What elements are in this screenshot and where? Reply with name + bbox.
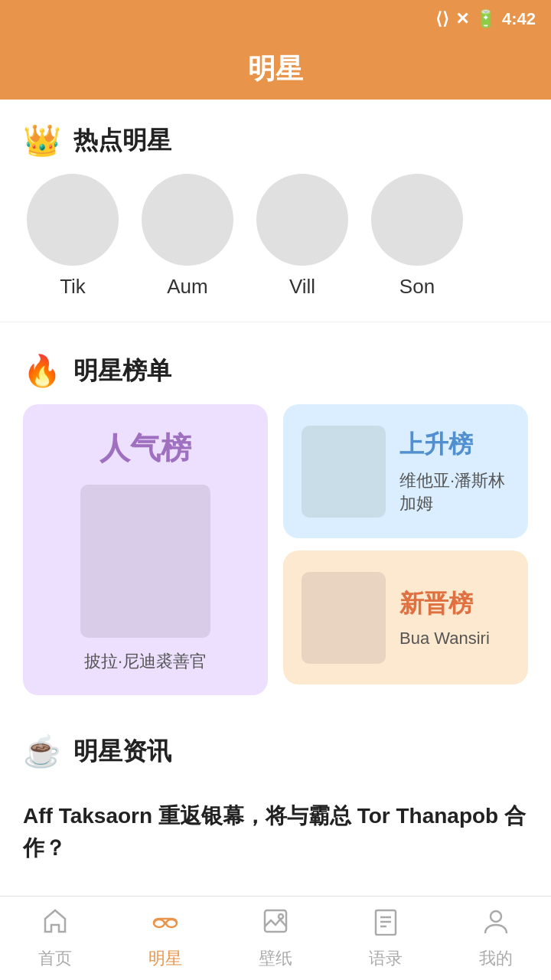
star-item[interactable]: Vill: [253, 174, 352, 299]
popular-chart-card[interactable]: 人气榜 披拉·尼迪裘善官: [23, 404, 268, 695]
new-chart-image: [302, 572, 386, 664]
status-icons: ⟨⟩ ✕ 🔋 4:42: [435, 9, 536, 29]
nav-item-mine[interactable]: 我的: [441, 906, 551, 970]
coffee-icon: ☕: [23, 733, 61, 769]
wifi-icon: ✕: [455, 9, 469, 29]
star-item[interactable]: Son: [367, 174, 467, 299]
rising-chart-desc: 维他亚·潘斯林加姆: [399, 469, 510, 515]
new-chart-title: 新晋榜: [399, 587, 510, 621]
time-display: 4:42: [502, 9, 536, 29]
nav-label-mine: 我的: [479, 947, 513, 970]
star-name: Son: [399, 275, 435, 299]
rising-chart-title: 上升榜: [399, 428, 510, 462]
star-avatar: [371, 174, 463, 266]
star-avatar: [27, 174, 119, 266]
app-header: 明星: [0, 38, 551, 100]
nav-item-quotes[interactable]: 语录: [331, 906, 441, 970]
nav-item-wallpaper[interactable]: 壁纸: [220, 906, 331, 970]
news-item-1-title: Aff Taksaorn 重返银幕，将与霸总 Tor Thanapob 合作？: [23, 804, 526, 860]
star-name: Tik: [60, 275, 86, 299]
svg-rect-2: [265, 910, 286, 932]
rising-chart-text: 上升榜 维他亚·潘斯林加姆: [399, 428, 510, 515]
status-bar: ⟨⟩ ✕ 🔋 4:42: [0, 0, 551, 38]
secondary-charts-column: 上升榜 维他亚·潘斯林加姆 新晋榜 Bua Wansiri: [283, 404, 528, 695]
news-item-1[interactable]: Aff Taksaorn 重返银幕，将与霸总 Tor Thanapob 合作？: [0, 785, 551, 880]
nav-label-wallpaper: 壁纸: [259, 947, 292, 970]
nav-item-stars[interactable]: 明星: [110, 906, 220, 970]
page-title: 明星: [248, 51, 303, 88]
battery-icon: 🔋: [475, 9, 496, 29]
charts-container: 人气榜 披拉·尼迪裘善官 上升榜 维他亚·潘斯林加姆 新晋榜 Bua Wansi…: [0, 404, 551, 710]
nav-label-quotes: 语录: [369, 947, 403, 970]
popular-chart-title: 人气榜: [99, 427, 191, 469]
nav-label-home: 首页: [38, 947, 72, 970]
wallpaper-icon: [261, 906, 290, 942]
popular-chart-subtitle: 披拉·尼迪裘善官: [84, 650, 207, 673]
signal-icon: ⟨⟩: [435, 9, 449, 29]
charts-title: 明星榜单: [73, 354, 171, 388]
svg-point-5: [491, 911, 501, 922]
fire-icon: 🔥: [23, 353, 61, 389]
nav-item-home[interactable]: 首页: [0, 906, 110, 970]
charts-header: 🔥 明星榜单: [0, 330, 551, 404]
main-content: 👑 热点明星 TikAumVillSon 🔥 明星榜单 人气榜 披拉·尼迪裘善官…: [0, 100, 551, 979]
star-name: Aum: [167, 275, 207, 299]
home-icon: [41, 906, 70, 942]
bottom-navigation: 首页 明星 壁纸: [0, 896, 551, 980]
new-chart-text: 新晋榜 Bua Wansiri: [399, 587, 510, 648]
star-item[interactable]: Tik: [23, 174, 122, 299]
quotes-icon: [371, 906, 400, 942]
hot-stars-title: 热点明星: [73, 124, 171, 158]
news-header: ☕ 明星资讯: [0, 710, 551, 785]
star-name: Vill: [289, 275, 315, 299]
new-chart-desc: Bua Wansiri: [399, 629, 510, 648]
popular-chart-column: 人气榜 披拉·尼迪裘善官: [23, 404, 268, 695]
rising-chart-card[interactable]: 上升榜 维他亚·潘斯林加姆: [283, 404, 528, 538]
rising-chart-image: [302, 426, 386, 518]
popular-chart-image: [80, 485, 210, 638]
nav-label-stars: 明星: [148, 947, 182, 970]
profile-icon: [481, 906, 510, 942]
hot-stars-scroll[interactable]: TikAumVillSon: [0, 174, 551, 314]
stars-nav-icon: [151, 906, 180, 942]
divider-1: [0, 322, 551, 322]
star-avatar: [142, 174, 233, 266]
hot-stars-header: 👑 热点明星: [0, 100, 551, 174]
new-chart-card[interactable]: 新晋榜 Bua Wansiri: [283, 550, 528, 684]
news-title: 明星资讯: [73, 735, 171, 769]
star-avatar: [256, 174, 348, 266]
crown-icon: 👑: [23, 122, 61, 158]
svg-point-3: [279, 914, 283, 919]
star-item[interactable]: Aum: [138, 174, 237, 299]
